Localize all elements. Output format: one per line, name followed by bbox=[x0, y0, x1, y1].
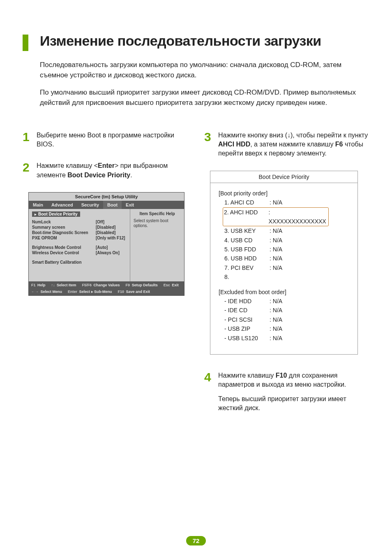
bios-menu-boot: Boot bbox=[103, 201, 122, 209]
bios-footer-item: F10 Save and Exit bbox=[118, 290, 150, 294]
excluded-value: : N/A bbox=[270, 334, 282, 343]
bios-footer-key: F5/F6 bbox=[82, 283, 92, 287]
bios-footer-item: ←→ Select Menu bbox=[31, 290, 62, 294]
priority-label: 4. USB CD bbox=[224, 236, 270, 245]
bios-footer-item: F9 Setup Defaults bbox=[126, 283, 158, 287]
intro-paragraph-2: По умолчанию высший приоритет загрузки и… bbox=[40, 88, 369, 108]
priority-label: 2. AHCI HDD bbox=[224, 208, 269, 226]
bios-setting-value: [Always On] bbox=[96, 250, 120, 255]
priority-row: 6. USB HDD: N/A bbox=[224, 254, 349, 263]
bios-menu-security: Security bbox=[77, 201, 103, 209]
bios-footer-key: F10 bbox=[118, 290, 125, 294]
step-number: 4 bbox=[204, 371, 218, 413]
panel-title: Boot Device Priority bbox=[210, 171, 357, 183]
excluded-row: - IDE CD: N/A bbox=[224, 306, 349, 315]
bios-setting-label: Summary screen bbox=[32, 225, 96, 230]
excluded-row: - PCI SCSI: N/A bbox=[224, 315, 349, 324]
priority-value: : N/A bbox=[270, 245, 282, 254]
page-number: 72 bbox=[186, 536, 206, 545]
step-number: 1 bbox=[23, 131, 37, 149]
priority-row: 5. USB FDD: N/A bbox=[224, 245, 349, 254]
excluded-value: : N/A bbox=[270, 306, 282, 315]
page-number-wrap: 72 bbox=[0, 536, 392, 545]
bios-setting-value: [Only with F12] bbox=[96, 235, 125, 241]
bios-screenshot: SecureCore (tm) Setup Utility Main Advan… bbox=[28, 192, 184, 296]
bios-menu-main: Main bbox=[29, 201, 47, 209]
priority-row: 4. USB CD: N/A bbox=[224, 236, 349, 245]
bios-setting-value: [Off] bbox=[96, 219, 104, 225]
page-title: Изменение последовательности загрузки bbox=[40, 33, 321, 49]
bios-footer-key: Esc bbox=[164, 283, 170, 287]
step-number: 2 bbox=[23, 161, 37, 180]
excluded-row: - IDE HDD: N/A bbox=[224, 297, 349, 306]
heading-accent bbox=[23, 35, 28, 51]
bios-footer-item: ↑↓ Select Item bbox=[51, 283, 76, 287]
bios-setting-label: Wireless Device Control bbox=[32, 250, 96, 255]
text: Нажмите кнопку вниз (↓), чтобы перейти к… bbox=[218, 132, 368, 139]
key-enter: Enter bbox=[98, 162, 115, 169]
bios-setting-row: Smart Battery Calibration bbox=[32, 260, 127, 265]
bios-setting-row: Brightness Mode Control[Auto] bbox=[32, 245, 127, 250]
excluded-row: - USB LS120: N/A bbox=[224, 334, 349, 343]
bios-footer: F1 Help↑↓ Select ItemF5/F6 Change Values… bbox=[29, 281, 184, 295]
excluded-value: : N/A bbox=[270, 324, 282, 333]
bios-setting-label: Brightness Mode Control bbox=[32, 245, 96, 250]
bios-setting-value: [Disabled] bbox=[96, 230, 115, 235]
text: Теперь высший приоритет загрузки имеет ж… bbox=[218, 395, 346, 411]
bios-menu-exit: Exit bbox=[122, 201, 138, 209]
excluded-label: - PCI SCSI bbox=[224, 315, 270, 324]
priority-section-label: [Boot priority order] bbox=[219, 189, 349, 198]
text: Нажмите клавишу bbox=[218, 372, 276, 379]
excluded-label: - IDE CD bbox=[224, 306, 270, 315]
excluded-section-label: [Excluded from boot order] bbox=[219, 288, 349, 297]
priority-value: : N/A bbox=[270, 263, 282, 272]
excluded-label: - USB ZIP bbox=[224, 324, 270, 333]
priority-value: : N/A bbox=[270, 226, 282, 235]
bios-footer-item: Enter Select ▸ Sub-Menu bbox=[68, 290, 112, 294]
bios-setting-value: [Auto] bbox=[96, 245, 108, 250]
bios-setting-label: PXE OPROM bbox=[32, 235, 96, 241]
bios-footer-key: F1 bbox=[31, 283, 36, 287]
bold: F10 bbox=[276, 372, 287, 379]
bios-footer-key: ←→ bbox=[31, 290, 39, 294]
left-column: 1 Выберите меню Boot в программе настрой… bbox=[23, 131, 188, 425]
priority-value: : XXXXXXXXXXXXXXX bbox=[269, 208, 327, 226]
bios-help-title: Item Specific Help bbox=[134, 211, 181, 216]
priority-label: 8. bbox=[224, 272, 270, 281]
priority-row: 3. USB KEY: N/A bbox=[224, 226, 349, 235]
bios-footer-item: F1 Help bbox=[31, 283, 46, 287]
bios-setting-row: Wireless Device Control[Always On] bbox=[32, 250, 127, 255]
bios-selected-item: Boot Device Priority bbox=[32, 211, 80, 217]
bios-help-pane: Item Specific Help Select system boot op… bbox=[130, 209, 184, 281]
excluded-value: : N/A bbox=[270, 297, 282, 306]
priority-row-selected: 2. AHCI HDD: XXXXXXXXXXXXXXX bbox=[223, 207, 329, 227]
excluded-label: - IDE HDD bbox=[224, 297, 270, 306]
bios-footer-item: F5/F6 Change Values bbox=[82, 283, 120, 287]
intro-paragraph-1: Последовательность загрузки компьютера п… bbox=[40, 60, 369, 80]
bios-setting-label: Smart Battery Calibration bbox=[32, 260, 96, 265]
priority-row: 8. bbox=[224, 272, 349, 281]
text: , а затем нажмите клавишу bbox=[250, 141, 335, 148]
bios-help-text: Select system boot options. bbox=[134, 218, 181, 228]
priority-value: : N/A bbox=[270, 236, 282, 245]
excluded-value: : N/A bbox=[270, 315, 282, 324]
priority-label: 1. AHCI CD bbox=[224, 198, 270, 207]
priority-label: 6. USB HDD bbox=[224, 254, 270, 263]
step-text: Выберите меню Boot в программе настройки… bbox=[37, 131, 188, 149]
bios-setting-label: NumLock bbox=[32, 219, 96, 225]
bios-setting-row: Boot-time Diagnostic Screen[Disabled] bbox=[32, 230, 127, 235]
bios-footer-key: Enter bbox=[68, 290, 77, 294]
priority-label: 5. USB FDD bbox=[224, 245, 270, 254]
text: . bbox=[130, 172, 132, 179]
bios-footer-item: Esc Exit bbox=[164, 283, 179, 287]
bios-menu-advanced: Advanced bbox=[47, 201, 77, 209]
bios-title: SecureCore (tm) Setup Utility bbox=[29, 193, 184, 201]
priority-row: 1. AHCI CD: N/A bbox=[224, 198, 349, 207]
bios-menu: Main Advanced Security Boot Exit bbox=[29, 201, 184, 209]
priority-label: 3. USB KEY bbox=[224, 226, 270, 235]
bios-setting-label: Boot-time Diagnostic Screen bbox=[32, 230, 96, 235]
right-column: 3 Нажмите кнопку вниз (↓), чтобы перейти… bbox=[204, 131, 369, 425]
excluded-row: - USB ZIP: N/A bbox=[224, 324, 349, 333]
bios-footer-key: F9 bbox=[126, 283, 130, 287]
step-text: Нажмите клавишу F10 для сохранения парам… bbox=[218, 371, 369, 413]
